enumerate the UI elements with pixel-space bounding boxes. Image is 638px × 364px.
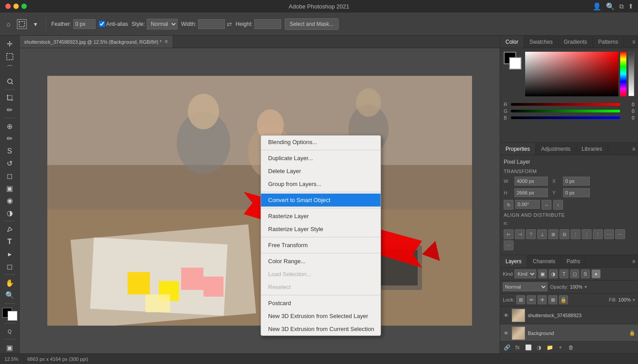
ctx-blending-options[interactable]: Blending Options... xyxy=(261,136,381,149)
ctx-new-3d-extrusion-current[interactable]: New 3D Extrusion from Current Selection xyxy=(261,323,381,335)
close-button[interactable] xyxy=(5,4,11,9)
align-left-icon[interactable]: ⊢ xyxy=(504,229,514,239)
pen-tool[interactable] xyxy=(3,223,17,235)
lock-position-icon[interactable]: ✛ xyxy=(538,295,547,304)
search-icon[interactable]: 🔍 xyxy=(606,2,615,11)
arrange-icon[interactable]: ⧉ xyxy=(619,3,624,10)
color-swatches[interactable] xyxy=(504,52,522,70)
marquee-tool-icon[interactable] xyxy=(3,51,17,62)
layer-item-background[interactable]: 👁 Background 🔒 xyxy=(500,324,638,341)
background-color[interactable] xyxy=(8,311,17,321)
width-prop-input[interactable] xyxy=(514,177,548,186)
ctx-delete-layer[interactable]: Delete Layer xyxy=(261,165,381,178)
fill-chevron-icon[interactable]: ▾ xyxy=(633,297,635,303)
ctx-postcard[interactable]: Postcard xyxy=(261,297,381,310)
properties-panel-menu-icon[interactable]: ≡ xyxy=(630,143,638,155)
opacity-chevron-icon[interactable]: ▾ xyxy=(584,284,587,290)
move-tool[interactable]: ✛ xyxy=(3,38,17,50)
healing-brush-tool[interactable]: ⊕ xyxy=(3,120,17,132)
anti-alias-checkbox[interactable] xyxy=(99,21,105,27)
ctx-reselect[interactable]: Reselect xyxy=(261,281,381,294)
layer-filter-type-icon[interactable]: T xyxy=(559,269,568,278)
crop-tool[interactable] xyxy=(3,92,17,103)
layer-fx-icon[interactable]: fx xyxy=(514,343,522,352)
distribute-left-icon[interactable]: ⋮ xyxy=(571,229,580,239)
layer-kind-select[interactable]: Kind xyxy=(514,269,536,278)
color-spectrum-bar[interactable] xyxy=(620,52,626,96)
distribute-top-icon[interactable]: ⋯ xyxy=(604,229,614,239)
ctx-rasterize-layer-style[interactable]: Rasterize Layer Style xyxy=(261,223,381,236)
distribute-center-v-icon[interactable]: ⋯ xyxy=(615,229,625,239)
align-center-h-icon[interactable]: ⊣ xyxy=(515,229,525,239)
tab-properties[interactable]: Properties xyxy=(500,143,536,155)
alpha-channel-bar[interactable] xyxy=(628,52,634,96)
tab-color[interactable]: Color xyxy=(500,36,524,48)
tab-layers[interactable]: Layers xyxy=(500,255,527,267)
color-picker-gradient[interactable] xyxy=(525,52,618,96)
lock-artboard-icon[interactable]: ⊠ xyxy=(548,295,557,304)
lock-all-icon[interactable]: 🔒 xyxy=(559,295,568,304)
link-layers-icon[interactable]: 🔗 xyxy=(503,343,511,352)
tab-close-button[interactable]: ✕ xyxy=(164,39,168,45)
tab-patterns[interactable]: Patterns xyxy=(593,36,624,48)
tool-arrow[interactable]: ▾ xyxy=(30,19,40,29)
dodge-tool[interactable]: ◑ xyxy=(3,207,17,219)
layers-panel-menu-icon[interactable]: ≡ xyxy=(630,255,638,267)
swap-icon[interactable]: ⇄ xyxy=(227,21,232,28)
layer-filter-pixel-icon[interactable]: ▣ xyxy=(538,269,547,278)
clone-stamp-tool[interactable]: S xyxy=(3,145,17,157)
align-right-icon[interactable]: ⊤ xyxy=(526,229,536,239)
ctx-convert-smart-object[interactable]: Convert to Smart Object xyxy=(261,194,381,207)
tab-libraries[interactable]: Libraries xyxy=(576,143,608,155)
layer-bg-visibility-icon[interactable]: 👁 xyxy=(503,330,509,336)
eraser-tool[interactable]: ◻ xyxy=(3,170,17,182)
folder-icon[interactable]: 📁 xyxy=(546,343,554,352)
gradient-tool[interactable]: ▣ xyxy=(3,182,17,194)
screen-mode-tool[interactable]: ▣ xyxy=(3,342,17,353)
ctx-color-range[interactable]: Color Range... xyxy=(261,255,381,268)
tab-paths[interactable]: Paths xyxy=(561,255,586,267)
color-panel-menu-icon[interactable]: ≡ xyxy=(630,36,638,48)
blue-slider[interactable] xyxy=(511,116,620,119)
path-selection-tool[interactable]: ▸ xyxy=(3,248,17,260)
share-icon[interactable]: ⬆ xyxy=(628,3,634,10)
delete-layer-icon[interactable]: 🗑 xyxy=(567,343,575,352)
lock-pixels-icon[interactable]: ✏ xyxy=(527,295,536,304)
layer-item-1[interactable]: 👁 shutterstock_374588923 xyxy=(500,306,638,324)
align-center-v-icon[interactable]: ⊞ xyxy=(548,229,558,239)
document-tab[interactable]: shutterstock_374588923.jpg @ 12.5% (Back… xyxy=(20,36,173,48)
traffic-lights[interactable] xyxy=(5,4,27,9)
ctx-load-selection[interactable]: Load Selection... xyxy=(261,268,381,281)
canvas-wrapper[interactable]: Blending Options... Duplicate Layer... D… xyxy=(20,48,500,353)
adjustment-layer-icon[interactable]: ◑ xyxy=(535,343,543,352)
distribute-bottom-icon[interactable]: ⋯ xyxy=(504,240,514,250)
flip-v-icon[interactable]: ↕ xyxy=(553,200,563,210)
select-mask-button[interactable]: Select and Mask... xyxy=(285,18,339,30)
ctx-free-transform[interactable]: Free Transform xyxy=(261,239,381,252)
x-prop-input[interactable] xyxy=(563,177,590,186)
tab-adjustments[interactable]: Adjustments xyxy=(536,143,576,155)
tab-gradients[interactable]: Gradients xyxy=(559,36,593,48)
home-icon[interactable]: ⌂ xyxy=(4,19,13,29)
marquee-tool[interactable] xyxy=(17,19,27,29)
y-prop-input[interactable] xyxy=(563,188,590,197)
add-mask-icon[interactable]: ⬜ xyxy=(524,343,532,352)
tab-channels[interactable]: Channels xyxy=(527,255,561,267)
maximize-button[interactable] xyxy=(21,4,27,9)
distribute-right-icon[interactable]: ⋮ xyxy=(593,229,603,239)
new-layer-icon[interactable]: + xyxy=(556,343,564,352)
ctx-group-from-layers[interactable]: Group from Layers... xyxy=(261,178,381,190)
lock-transparent-icon[interactable]: ⊞ xyxy=(516,295,525,304)
zoom-tool[interactable]: 🔍 xyxy=(3,290,17,301)
layer-filter-adjust-icon[interactable]: ◑ xyxy=(549,269,558,278)
height-prop-input[interactable] xyxy=(514,188,548,197)
brush-tool[interactable]: ✏ xyxy=(3,133,17,145)
shape-tool[interactable]: ◻ xyxy=(3,261,17,273)
ctx-rasterize-layer[interactable]: Rasterize Layer xyxy=(261,210,381,223)
height-input[interactable] xyxy=(254,19,281,29)
align-bottom-icon[interactable]: ⊟ xyxy=(559,229,569,239)
flip-h-icon[interactable]: ↔ xyxy=(542,200,551,210)
layer-filter-smart-icon[interactable]: S xyxy=(581,269,590,278)
layer-1-visibility-icon[interactable]: 👁 xyxy=(503,312,509,318)
history-brush-tool[interactable]: ↺ xyxy=(3,158,17,170)
